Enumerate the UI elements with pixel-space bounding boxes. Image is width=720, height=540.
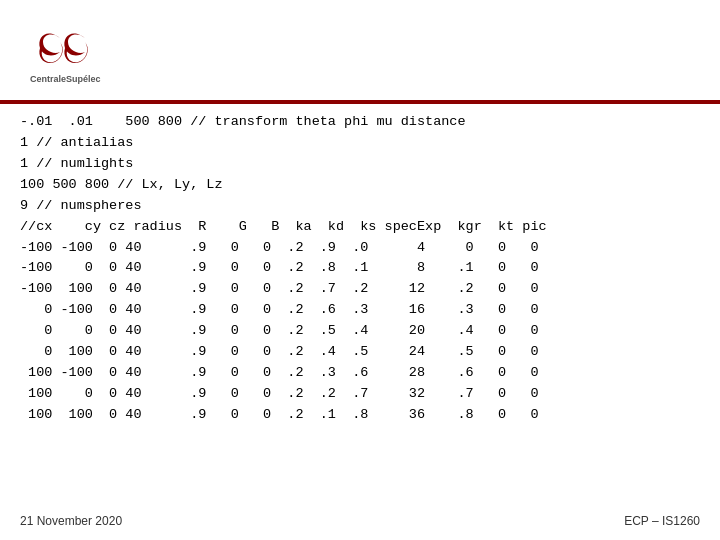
svg-text:CentraleSupélec: CentraleSupélec bbox=[30, 74, 101, 84]
line-10: 0 -100 0 40 .9 0 0 .2 .6 .3 16 .3 0 0 bbox=[20, 302, 538, 317]
line-15: 100 100 0 40 .9 0 0 .2 .1 .8 36 .8 0 0 bbox=[20, 407, 538, 422]
logo-icon: CentraleSupélec bbox=[25, 20, 135, 90]
line-6: //cx cy cz radius R G B ka kd ks specExp… bbox=[20, 219, 547, 234]
line-11: 0 0 0 40 .9 0 0 .2 .5 .4 20 .4 0 0 bbox=[20, 323, 538, 338]
line-5: 9 // numspheres bbox=[20, 198, 142, 213]
line-9: -100 100 0 40 .9 0 0 .2 .7 .2 12 .2 0 0 bbox=[20, 281, 538, 296]
line-14: 100 0 0 40 .9 0 0 .2 .2 .7 32 .7 0 0 bbox=[20, 386, 538, 401]
line-13: 100 -100 0 40 .9 0 0 .2 .3 .6 28 .6 0 0 bbox=[20, 365, 538, 380]
line-2: 1 // antialias bbox=[20, 135, 133, 150]
header-divider bbox=[0, 100, 720, 104]
line-8: -100 0 0 40 .9 0 0 .2 .8 .1 8 .1 0 0 bbox=[20, 260, 538, 275]
line-12: 0 100 0 40 .9 0 0 .2 .4 .5 24 .5 0 0 bbox=[20, 344, 538, 359]
line-4: 100 500 800 // Lx, Ly, Lz bbox=[20, 177, 223, 192]
line-3: 1 // numlights bbox=[20, 156, 133, 171]
footer: 21 November 2020 ECP – IS1260 bbox=[20, 514, 700, 528]
line-1: -.01 .01 500 800 // transform theta phi … bbox=[20, 114, 466, 129]
code-content: -.01 .01 500 800 // transform theta phi … bbox=[0, 110, 720, 426]
header: CentraleSupélec bbox=[0, 0, 720, 100]
logo-area: CentraleSupélec bbox=[20, 15, 140, 95]
footer-date: 21 November 2020 bbox=[20, 514, 122, 528]
line-7: -100 -100 0 40 .9 0 0 .2 .9 .0 4 0 0 0 bbox=[20, 240, 538, 255]
footer-course: ECP – IS1260 bbox=[624, 514, 700, 528]
